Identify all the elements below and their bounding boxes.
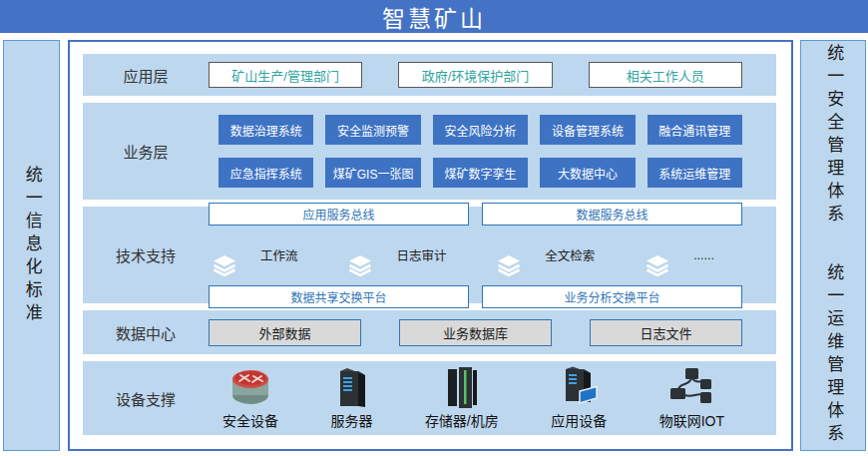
middleware-label: ...... bbox=[693, 248, 714, 262]
middleware-label: 日志审计 bbox=[396, 245, 446, 264]
tech-support-content: 应用服务总线 数据服务总线 工作流 日志审计 全文检索 bbox=[209, 203, 742, 308]
device-label: 安全设备 bbox=[222, 410, 278, 430]
middleware-item: 全文检索 bbox=[497, 234, 595, 276]
device-label: 服务器 bbox=[330, 410, 372, 430]
application-layer-label: 应用层 bbox=[83, 65, 209, 86]
data-center-items: 外部数据 业务数据库 日志文件 bbox=[209, 319, 742, 346]
middleware-row: 工作流 日志审计 全文检索 ...... bbox=[209, 234, 742, 276]
application-layer-items: 矿山生产/管理部门 政府/环境保护部门 相关工作人员 bbox=[209, 62, 742, 88]
device-support-items: 安全设备 服务器 bbox=[209, 366, 742, 430]
business-layer-label: 业务层 bbox=[83, 141, 209, 162]
data-source-box: 外部数据 bbox=[209, 319, 361, 346]
business-layer-items: 数据治理系统 安全监测预警 安全风险分析 设备管理系统 融合通讯管理 应急指挥系… bbox=[209, 115, 742, 188]
security-device-icon bbox=[227, 366, 273, 408]
service-bus-box: 应用服务总线 bbox=[209, 203, 469, 226]
business-system-box: 设备管理系统 bbox=[540, 115, 635, 145]
layers-icon bbox=[646, 234, 669, 276]
business-system-box: 安全风险分析 bbox=[433, 115, 528, 145]
business-layer-row: 业务层 数据治理系统 安全监测预警 安全风险分析 设备管理系统 融合通讯管理 应… bbox=[83, 103, 776, 200]
right-panel-label: 统一安全管理体系 统一运维管理体系 bbox=[824, 44, 843, 448]
business-system-box: 融合通讯管理 bbox=[648, 115, 742, 145]
service-bus-row: 应用服务总线 数据服务总线 bbox=[209, 203, 742, 226]
left-panel-label: 统一信息化标准 bbox=[22, 166, 41, 326]
app-device-icon bbox=[557, 366, 601, 408]
diagram-body: 统一信息化标准 应用层 矿山生产/管理部门 政府/环境保护部门 相关工作人员 业… bbox=[0, 40, 868, 451]
server-icon bbox=[332, 366, 370, 408]
data-source-box: 日志文件 bbox=[590, 319, 742, 346]
tech-support-layer-label: 技术支持 bbox=[83, 244, 209, 265]
device-support-layer-row: 设备支撑 bbox=[83, 361, 776, 435]
middleware-label: 工作流 bbox=[260, 245, 298, 264]
exchange-platform-row: 数据共享交换平台 业务分析交换平台 bbox=[209, 285, 742, 308]
storage-rack-icon bbox=[441, 366, 483, 408]
business-system-box: 数据治理系统 bbox=[218, 115, 313, 145]
data-center-layer-row: 数据中心 外部数据 业务数据库 日志文件 bbox=[83, 310, 776, 354]
service-bus-box: 数据服务总线 bbox=[482, 203, 742, 226]
device-support-layer-label: 设备支撑 bbox=[83, 388, 209, 409]
layers-icon bbox=[348, 234, 372, 276]
right-panel-label-ops: 统一运维管理体系 bbox=[824, 263, 843, 447]
device-item: 物联网IOT bbox=[659, 366, 724, 430]
device-item: 服务器 bbox=[330, 366, 372, 430]
device-item: 安全设备 bbox=[222, 366, 278, 430]
exchange-platform-box: 业务分析交换平台 bbox=[482, 285, 742, 308]
layers-icon bbox=[213, 234, 236, 276]
business-system-box: 应急指挥系统 bbox=[218, 158, 313, 188]
business-system-box: 煤矿GIS一张图 bbox=[325, 158, 420, 188]
left-standard-panel: 统一信息化标准 bbox=[3, 40, 60, 451]
middleware-item: 日志审计 bbox=[348, 234, 446, 276]
middleware-item: ...... bbox=[646, 234, 714, 276]
middleware-label: 全文检索 bbox=[545, 245, 595, 264]
application-item: 相关工作人员 bbox=[589, 62, 742, 88]
device-item: 存储器/机房 bbox=[425, 366, 499, 430]
tech-support-layer-row: 技术支持 应用服务总线 数据服务总线 工作流 日志审计 bbox=[83, 207, 776, 303]
application-layer-row: 应用层 矿山生产/管理部门 政府/环境保护部门 相关工作人员 bbox=[83, 54, 776, 96]
architecture-main-box: 应用层 矿山生产/管理部门 政府/环境保护部门 相关工作人员 业务层 数据治理系… bbox=[68, 40, 793, 451]
device-label: 应用设备 bbox=[551, 410, 607, 430]
business-system-box: 安全监测预警 bbox=[325, 115, 420, 145]
middleware-item: 工作流 bbox=[213, 234, 298, 276]
iot-network-icon bbox=[667, 366, 715, 408]
device-label: 存储器/机房 bbox=[425, 410, 499, 430]
layers-icon bbox=[497, 234, 521, 276]
business-system-box: 煤矿数字孪生 bbox=[433, 158, 528, 188]
application-item: 政府/环境保护部门 bbox=[398, 62, 552, 88]
business-system-box: 系统运维管理 bbox=[648, 158, 742, 188]
device-item: 应用设备 bbox=[551, 366, 607, 430]
device-label: 物联网IOT bbox=[659, 410, 724, 430]
page-title: 智慧矿山 bbox=[0, 0, 868, 33]
data-source-box: 业务数据库 bbox=[399, 319, 552, 346]
business-system-box: 大数据中心 bbox=[540, 158, 635, 188]
data-center-layer-label: 数据中心 bbox=[83, 322, 209, 343]
right-management-panel: 统一安全管理体系 统一运维管理体系 bbox=[800, 40, 866, 451]
application-item: 矿山生产/管理部门 bbox=[209, 62, 362, 88]
exchange-platform-box: 数据共享交换平台 bbox=[209, 285, 469, 308]
right-panel-label-security: 统一安全管理体系 bbox=[824, 44, 843, 228]
